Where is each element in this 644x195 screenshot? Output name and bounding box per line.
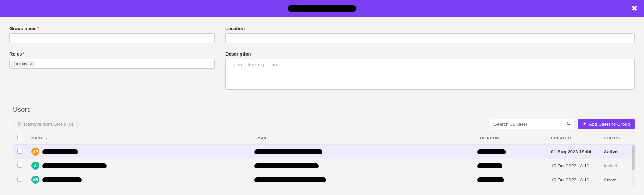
add-users-button[interactable]: Add Users to Group xyxy=(578,119,635,129)
group-name-label: Group name* xyxy=(9,26,215,31)
user-created: 10 Oct 2023 18:11 xyxy=(547,173,599,187)
users-section: Users Remove from Group (0) xyxy=(0,106,644,187)
avatar: A xyxy=(31,162,39,170)
user-name xyxy=(42,163,107,168)
role-tag: Linguist ✕ xyxy=(11,61,35,67)
col-header-email[interactable]: EMAIL xyxy=(250,132,473,145)
table-row[interactable]: A10 Oct 2023 18:11Invited xyxy=(13,159,635,173)
remove-from-group-button[interactable]: Remove from Group (0) xyxy=(13,119,78,129)
col-header-created[interactable]: CREATED xyxy=(547,132,599,145)
modal-title xyxy=(288,5,356,12)
location-field: Location xyxy=(225,26,635,43)
search-users-wrap xyxy=(490,119,574,129)
modal-header: ✖ xyxy=(0,0,644,17)
role-tag-label: Linguist xyxy=(14,61,28,66)
select-all-checkbox[interactable] xyxy=(17,135,22,140)
row-checkbox[interactable] xyxy=(17,177,22,182)
col-header-location[interactable]: LOCATION xyxy=(473,132,547,145)
roles-select[interactable]: Linguist ✕ xyxy=(9,59,215,69)
avatar: AB xyxy=(31,176,39,184)
group-name-input[interactable] xyxy=(9,33,215,43)
svg-line-1 xyxy=(570,124,571,125)
col-header-status[interactable]: STATUS xyxy=(599,132,635,145)
remove-button-label: Remove from Group (0) xyxy=(24,122,73,127)
user-email xyxy=(250,173,473,187)
user-created: 10 Oct 2023 18:11 xyxy=(547,159,599,173)
table-row[interactable]: AP01 Aug 2023 18:04Active xyxy=(13,145,635,159)
group-name-field: Group name* xyxy=(9,26,215,43)
users-heading: Users xyxy=(13,106,635,114)
description-textarea[interactable] xyxy=(225,59,635,90)
trash-icon xyxy=(18,122,22,127)
col-header-name[interactable]: NAME▲ xyxy=(27,132,250,145)
scrollbar-track[interactable] xyxy=(632,145,635,187)
plus-icon xyxy=(582,122,587,127)
row-checkbox[interactable] xyxy=(17,149,22,154)
chevron-sort-icon[interactable] xyxy=(209,61,211,66)
users-table: NAME▲ EMAIL LOCATION CREATED STATUS AP01… xyxy=(13,132,635,187)
user-name xyxy=(42,149,78,154)
description-field: Description xyxy=(225,51,635,91)
user-email xyxy=(250,145,473,159)
location-input[interactable] xyxy=(225,33,635,43)
user-location xyxy=(473,173,547,187)
location-label: Location xyxy=(225,26,635,31)
sort-asc-icon: ▲ xyxy=(45,137,48,140)
roles-field: Roles* Linguist ✕ xyxy=(9,51,215,69)
table-row[interactable]: AB10 Oct 2023 18:11Active xyxy=(13,173,635,187)
svg-point-0 xyxy=(567,122,570,125)
description-label: Description xyxy=(225,51,635,57)
role-tag-remove-icon[interactable]: ✕ xyxy=(30,62,33,66)
search-icon[interactable] xyxy=(566,121,571,127)
roles-label: Roles* xyxy=(9,51,215,57)
user-status: Active xyxy=(599,145,635,159)
user-location xyxy=(473,145,547,159)
user-name xyxy=(42,177,82,182)
users-toolbar: Remove from Group (0) Add Users to Group xyxy=(13,119,635,129)
add-users-label: Add Users to Group xyxy=(589,122,630,127)
row-checkbox[interactable] xyxy=(17,163,22,168)
scrollbar-thumb[interactable] xyxy=(632,145,635,170)
user-status: Active xyxy=(599,173,635,187)
close-icon[interactable]: ✖ xyxy=(631,4,638,13)
users-table-wrap: NAME▲ EMAIL LOCATION CREATED STATUS AP01… xyxy=(13,132,635,187)
search-users-input[interactable] xyxy=(490,119,574,129)
avatar: AP xyxy=(31,148,39,156)
user-email xyxy=(250,159,473,173)
user-status: Invited xyxy=(599,159,635,173)
group-form: Group name* Roles* Linguist ✕ Loc xyxy=(0,17,644,99)
user-created: 01 Aug 2023 18:04 xyxy=(547,145,599,159)
user-location xyxy=(473,159,547,173)
